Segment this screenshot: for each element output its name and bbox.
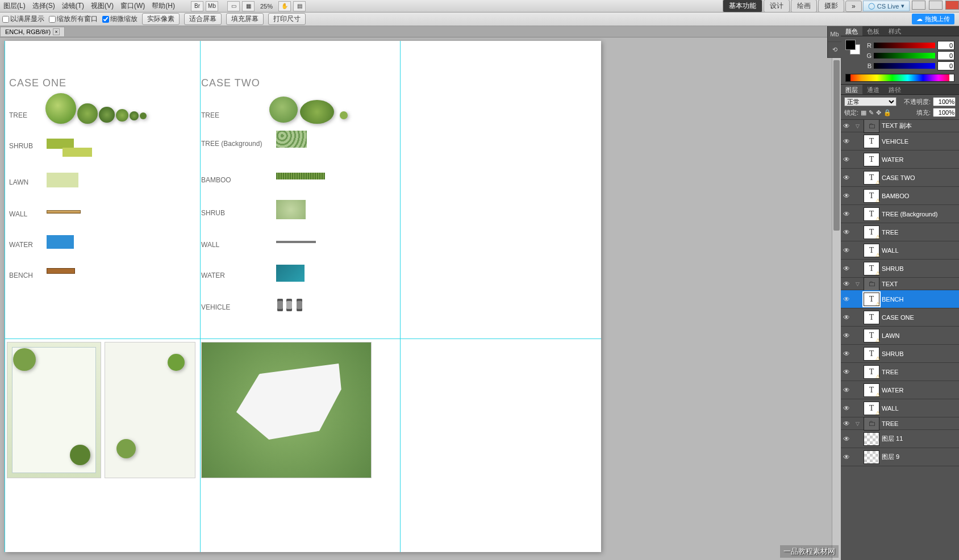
menu-window[interactable]: 窗口(W) <box>117 1 148 11</box>
tab-layers[interactable]: 图层 <box>841 85 862 94</box>
visibility-toggle[interactable]: 👁 <box>842 331 851 340</box>
menu-select[interactable]: 选择(S) <box>29 1 59 11</box>
layers-list[interactable]: 👁▽🗀TEXT 副本👁TVEHICLE👁TWATER👁T⚠CASE TWO👁T⚠… <box>841 120 959 560</box>
layer-item[interactable]: 👁T⚠BAMBOO <box>841 187 959 205</box>
r-value[interactable] <box>937 41 954 50</box>
opt-zoom-all[interactable]: 缩放所有窗口 <box>49 14 98 24</box>
maximize-button[interactable] <box>929 1 943 10</box>
layer-item[interactable]: 👁T⚠SHRUB <box>841 260 959 278</box>
visibility-toggle[interactable]: 👁 <box>842 386 851 395</box>
b-slider[interactable] <box>874 63 935 69</box>
layer-group[interactable]: 👁▽🗀TEXT 副本 <box>841 120 959 132</box>
layer-item[interactable]: 👁T⚠WATER <box>841 381 959 399</box>
canvas[interactable]: CASE ONE TREE SHRUB LAWN WALL WATER BENC… <box>5 41 601 552</box>
visibility-toggle[interactable]: 👁 <box>842 349 851 358</box>
g-value[interactable] <box>937 51 954 60</box>
btn-print-size[interactable]: 打印尺寸 <box>268 13 306 25</box>
b-value[interactable] <box>937 61 954 70</box>
btn-fill-screen[interactable]: 填充屏幕 <box>226 13 264 25</box>
visibility-toggle[interactable]: 👁 <box>842 367 851 377</box>
layer-item[interactable]: 👁T⚠WALL <box>841 399 959 417</box>
close-tab-icon[interactable]: × <box>53 28 60 35</box>
tab-color[interactable]: 颜色 <box>841 26 862 36</box>
opt-scrubby-zoom[interactable]: 细微缩放 <box>102 14 137 24</box>
zoom-level[interactable]: 25% <box>260 3 273 10</box>
visibility-toggle[interactable]: 👁 <box>842 228 851 237</box>
tab-paths[interactable]: 路径 <box>884 85 906 94</box>
document-tab[interactable]: ENCH, RGB/8#) × <box>0 27 65 36</box>
close-button[interactable] <box>945 1 959 10</box>
visibility-toggle[interactable]: 👁 <box>842 434 851 444</box>
layer-group[interactable]: 👁▽🗀TREE <box>841 417 959 430</box>
workspace-essentials[interactable]: 基本功能 <box>723 0 762 12</box>
strip-mb-icon[interactable]: Mb <box>828 26 841 42</box>
lock-all-icon[interactable]: 🔒 <box>883 109 891 116</box>
vertical-scrollbar[interactable] <box>832 37 841 560</box>
screenmode-icon[interactable]: ▭ <box>227 1 240 11</box>
layer-item[interactable]: 👁T⚠SHRUB <box>841 345 959 363</box>
visibility-toggle[interactable]: 👁 <box>842 155 851 164</box>
fgbg-swatch[interactable] <box>845 40 860 55</box>
visibility-toggle[interactable]: 👁 <box>842 279 851 289</box>
layer-item[interactable]: 👁TWATER <box>841 151 959 169</box>
visibility-toggle[interactable]: 👁 <box>842 210 851 219</box>
extras-icon[interactable]: ▦ <box>242 1 255 11</box>
tab-styles[interactable]: 样式 <box>884 26 906 36</box>
workspace-photography[interactable]: 摄影 <box>818 0 844 12</box>
menu-help[interactable]: 帮助(H) <box>148 1 178 11</box>
visibility-toggle[interactable]: 👁 <box>842 137 851 146</box>
menu-view[interactable]: 视图(V) <box>87 1 117 11</box>
btn-fit-screen[interactable]: 适合屏幕 <box>184 13 222 25</box>
layer-item[interactable]: 👁T⚠TREE <box>841 223 959 241</box>
bridge-icon[interactable]: Br <box>191 1 203 11</box>
layer-item[interactable]: 👁TVEHICLE <box>841 132 959 151</box>
btn-actual-pixels[interactable]: 实际像素 <box>142 13 180 25</box>
menu-layer[interactable]: 图层(L) <box>0 1 29 11</box>
layer-item[interactable]: 👁图层 9 <box>841 448 959 466</box>
tab-channels[interactable]: 通道 <box>862 85 884 94</box>
color-spectrum[interactable] <box>845 74 954 82</box>
group-toggle-icon[interactable]: ▽ <box>856 281 861 287</box>
r-slider[interactable] <box>874 43 935 48</box>
group-toggle-icon[interactable]: ▽ <box>856 123 861 129</box>
visibility-toggle[interactable]: 👁 <box>842 246 851 255</box>
visibility-toggle[interactable]: 👁 <box>842 122 851 131</box>
workspace[interactable]: CASE ONE TREE SHRUB LAWN WALL WATER BENC… <box>0 37 841 560</box>
visibility-toggle[interactable]: 👁 <box>842 173 851 182</box>
opt-fill-screen[interactable]: 以满屏显示 <box>2 14 44 24</box>
lock-position-icon[interactable]: ✥ <box>876 109 881 116</box>
layer-item[interactable]: 👁图层 11 <box>841 430 959 448</box>
workspace-more[interactable]: » <box>845 1 862 12</box>
opacity-input[interactable] <box>933 97 956 106</box>
workspace-design[interactable]: 设计 <box>764 0 790 12</box>
tab-swatches[interactable]: 色板 <box>862 26 884 36</box>
visibility-toggle[interactable]: 👁 <box>842 453 851 462</box>
minibridge-icon[interactable]: Mb <box>206 1 218 11</box>
lock-transparency-icon[interactable]: ▦ <box>861 109 866 116</box>
layer-item[interactable]: 👁T⚠TREE (Background) <box>841 205 959 223</box>
menu-filter[interactable]: 滤镜(T) <box>59 1 87 11</box>
layer-item[interactable]: 👁T⚠TREE <box>841 363 959 381</box>
visibility-toggle[interactable]: 👁 <box>842 191 851 200</box>
visibility-toggle[interactable]: 👁 <box>842 264 851 273</box>
workspace-painting[interactable]: 绘画 <box>791 0 817 12</box>
minimize-button[interactable] <box>912 1 925 10</box>
strip-history-icon[interactable]: ⟲ <box>828 42 841 58</box>
g-slider[interactable] <box>874 53 935 58</box>
layer-item[interactable]: 👁T⚠CASE TWO <box>841 169 959 187</box>
fill-input[interactable] <box>933 108 956 117</box>
hand-icon[interactable]: ✋ <box>278 1 291 11</box>
cslive-button[interactable]: ◯CS Live ▾ <box>863 1 910 11</box>
visibility-toggle[interactable]: 👁 <box>842 313 851 322</box>
lock-pixels-icon[interactable]: ✎ <box>869 109 874 116</box>
layer-item[interactable]: 👁T⚠LAWN <box>841 327 959 345</box>
visibility-toggle[interactable]: 👁 <box>842 419 851 428</box>
group-toggle-icon[interactable]: ▽ <box>856 421 861 427</box>
layer-group[interactable]: 👁▽🗀TEXT <box>841 278 959 290</box>
cloud-upload-button[interactable]: 拖拽上传 <box>912 14 954 24</box>
visibility-toggle[interactable]: 👁 <box>842 295 851 304</box>
layer-item[interactable]: 👁T⚠WALL <box>841 241 959 260</box>
layer-item[interactable]: 👁TCASE ONE <box>841 308 959 327</box>
arrange-icon[interactable]: ▤ <box>293 1 306 11</box>
blend-mode-select[interactable]: 正常 <box>844 97 897 106</box>
